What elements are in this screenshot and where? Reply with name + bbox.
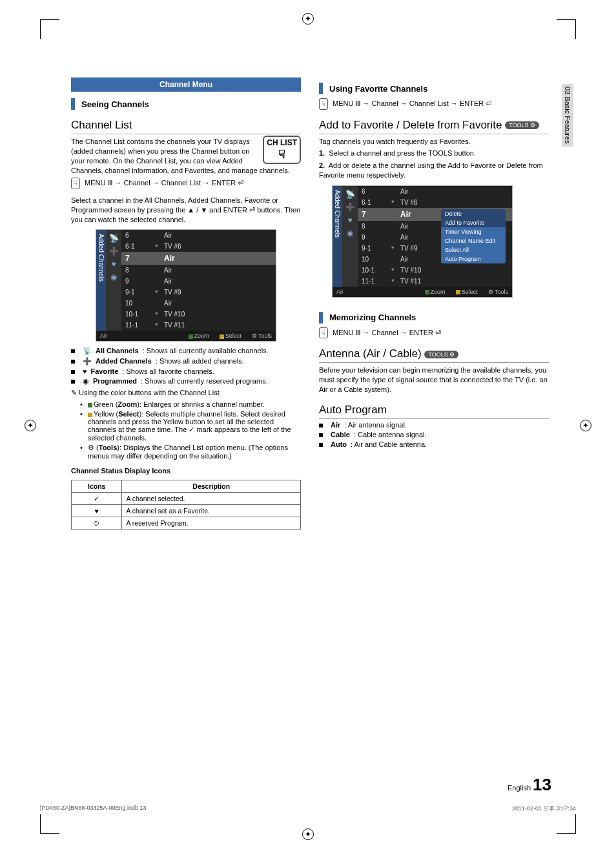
- channel-row: 7Air: [121, 252, 276, 265]
- channel-row: 8Air: [121, 265, 276, 276]
- ch-icon-col-r: 📡➕♥◉: [342, 186, 358, 287]
- note-item: Green (Zoom): Enlarges or shrinks a chan…: [80, 400, 301, 408]
- ch-foot-zoom: Zoom: [194, 333, 209, 339]
- icons-table: IconsDescription ✓A channel selected.♥A …: [71, 480, 301, 529]
- footer-right: 2011-02-01 오후 3:07:34: [512, 805, 576, 813]
- step-1: 1. Select a channel and press the TOOLS …: [319, 149, 549, 158]
- page-content: Channel Menu Seeing Channels Channel Lis…: [71, 77, 549, 794]
- legend-item: ◉ Programmed: Shows all currently reserv…: [71, 377, 301, 385]
- popup-item: Select All: [441, 245, 506, 254]
- channel-list-graphic-right: Added Channels 📡➕♥◉ 6Air6-1♥TV #67Air8Ai…: [332, 185, 513, 298]
- color-button-notes: Green (Zoom): Enlarges or shrinks a chan…: [71, 400, 301, 460]
- legend-block: 📡 All Channels: Shows all currently avai…: [71, 347, 301, 385]
- ch-footer-r: Air Zoom Select ⚙ Tools: [333, 287, 512, 297]
- using-favorite-heading: Using Favorite Channels: [319, 83, 549, 94]
- ch-foot-select: Select: [225, 333, 241, 339]
- nav-path-r2-text: MENU Ⅲ → Channel → ENTER ⏎: [333, 329, 441, 336]
- note-item: Yellow (Select): Selects multiple channe…: [80, 410, 301, 442]
- chlist-label: CH LIST: [267, 138, 297, 147]
- seeing-channels-heading: Seeing Channels: [71, 98, 301, 110]
- auto-program-heading: Auto Program: [319, 404, 549, 419]
- legend-item: 📡 All Channels: Shows all currently avai…: [71, 347, 301, 355]
- legend-item: ➕ Added Channels: Shows all added channe…: [71, 357, 301, 365]
- print-footer: [PD450-ZA]BN68-03325A-00Eng.indb 13 2011…: [40, 805, 576, 813]
- note-item: ⚙ (Tools): Displays the Channel List opt…: [80, 444, 301, 460]
- table-row: ✓A channel selected.: [72, 493, 301, 505]
- table-row: ⏲A reserved Program.: [72, 517, 301, 529]
- channel-row: 6Air: [358, 186, 512, 197]
- ch-side-label-r: Added Channels: [333, 186, 342, 287]
- tbl-h1: Icons: [72, 480, 122, 493]
- nav-path-r1-text: MENU Ⅲ → Channel → Channel List → ENTER …: [333, 99, 491, 107]
- channel-row: 11-1♥TV #11: [121, 320, 276, 331]
- channel-row: 6Air: [121, 230, 276, 241]
- ch-footer: Air Zoom Select ⚙ Tools: [96, 331, 276, 341]
- chlist-remote-icon: CH LIST ☟: [263, 136, 301, 164]
- ch-foot-tools: Tools: [258, 333, 272, 339]
- auto-program-list: Air: Air antenna signal.Cable: Cable ant…: [319, 421, 549, 448]
- popup-item: Channel Name Edit: [441, 236, 506, 245]
- channel-row: 6-1♥TV #6: [358, 197, 512, 208]
- antenna-para: Before your television can begin memoriz…: [319, 365, 549, 395]
- side-tab: 03 Basic Features: [562, 84, 573, 147]
- ch-foot-zoom-r: Zoom: [431, 289, 446, 295]
- channel-list-graphic-left: Added Channels 📡➕♥◉ 6Air6-1♥TV #67Air8Ai…: [96, 229, 276, 342]
- page-number: English 13: [508, 775, 551, 795]
- channel-row: 10-1♥TV #10: [358, 265, 512, 276]
- select-channel-para: Select a channel in the All Channels, Ad…: [71, 196, 301, 225]
- channel-menu-header: Channel Menu: [71, 77, 301, 92]
- auto-item: Air: Air antenna signal.: [319, 421, 549, 429]
- ch-foot-select-r: Select: [462, 289, 478, 295]
- channel-row: 6-1♥TV #6: [121, 241, 276, 252]
- ch-icon-col: 📡➕♥◉: [106, 230, 121, 331]
- ch-foot-mode-r: Air: [336, 289, 344, 295]
- tag-fav-para: Tag channels you watch frequently as Fav…: [319, 137, 549, 147]
- hand-icon: ☟: [319, 327, 328, 339]
- channel-row: 9Air: [121, 276, 276, 287]
- popup-item: Timer Viewing: [441, 227, 506, 236]
- ch-side-label: Added Channels: [96, 230, 106, 331]
- right-column: Using Favorite Channels ☟ MENU Ⅲ → Chann…: [319, 77, 549, 794]
- hand-icon: ☟: [319, 98, 328, 110]
- hand-icon: ☟: [71, 178, 80, 189]
- tools-badge: TOOLS ⚙: [505, 121, 539, 129]
- footer-left: [PD450-ZA]BN68-03325A-00Eng.indb 13: [40, 805, 147, 813]
- left-column: Channel Menu Seeing Channels Channel Lis…: [71, 77, 301, 794]
- context-popup: DeleteAdd to FavoriteTimer ViewingChanne…: [441, 209, 506, 263]
- channel-row: 11-1♥TV #11: [358, 276, 512, 287]
- popup-item: Add to Favorite: [441, 218, 506, 227]
- nav-path-1-text: MENU Ⅲ → Channel → Channel List → ENTER …: [85, 179, 243, 187]
- nav-path-r2: ☟ MENU Ⅲ → Channel → ENTER ⏎: [319, 327, 549, 339]
- tbl-h2: Description: [122, 480, 301, 493]
- note-lead: ✎ Using the color buttons with the Chann…: [71, 388, 301, 398]
- add-favorite-heading: Add to Favorite / Delete from Favorite T…: [319, 119, 549, 134]
- channel-row: 10-1♥TV #10: [121, 309, 276, 320]
- channel-row: 9-1♥TV #9: [121, 287, 276, 298]
- icons-table-title: Channel Status Display Icons: [71, 466, 301, 476]
- nav-path-r1: ☟ MENU Ⅲ → Channel → Channel List → ENTE…: [319, 98, 549, 110]
- step-2: 2. Add or delete a the channel using the…: [319, 161, 549, 180]
- channel-list-heading: Channel List: [71, 119, 301, 134]
- auto-item: Auto: Air and Cable antenna.: [319, 440, 549, 448]
- nav-path-1: ☟ MENU Ⅲ → Channel → Channel List → ENTE…: [71, 178, 301, 189]
- table-row: ♥A channel set as a Favorite.: [72, 505, 301, 517]
- legend-item: ♥ Favorite: Shows all favorite channels.: [71, 367, 301, 375]
- ch-foot-tools-r: Tools: [495, 289, 508, 295]
- ch-foot-mode: Air: [100, 333, 107, 339]
- auto-item: Cable: Cable antenna signal.: [319, 431, 549, 438]
- memorizing-heading: Memorizing Channels: [319, 312, 549, 324]
- popup-item: Delete: [441, 209, 506, 218]
- popup-item: Auto Program: [441, 254, 506, 263]
- tools-badge: TOOLS ⚙: [424, 351, 458, 358]
- antenna-heading: Antenna (Air / Cable) TOOLS ⚙: [319, 347, 549, 363]
- channel-row: 10Air: [121, 298, 276, 309]
